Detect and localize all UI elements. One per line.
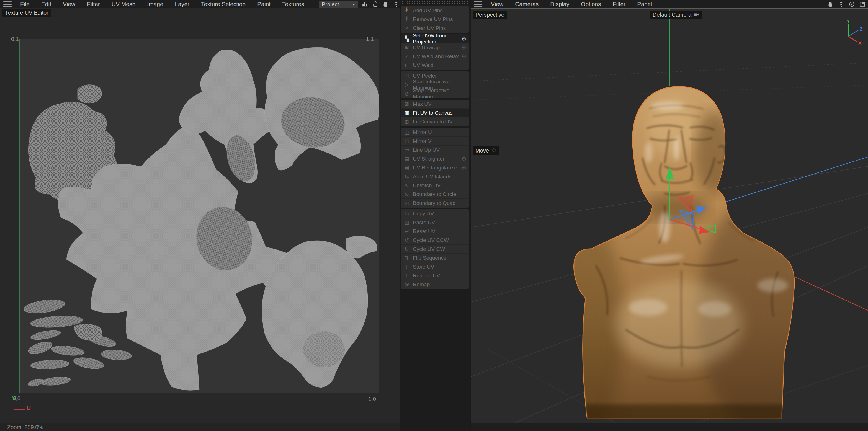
weld-relax-icon: ⊿ bbox=[403, 53, 410, 60]
bust-model bbox=[557, 87, 820, 423]
cmd-label: Cycle UV CCW bbox=[413, 237, 449, 243]
cmd-unstitch-uv: ∿Unstitch UV bbox=[401, 181, 469, 190]
cmd-fit-canvas-to-uv: ⊞Fit Canvas to UV bbox=[401, 117, 469, 126]
cmd-label: Set UVW from Projection bbox=[413, 34, 461, 45]
uv-islands-svg bbox=[20, 39, 379, 393]
vscroll-icon[interactable] bbox=[392, 0, 400, 8]
cmd-label: Cycle UV CW bbox=[413, 246, 445, 252]
project-dropdown[interactable]: Project ▼ bbox=[319, 1, 358, 8]
cmd-uv-rectangularize: ▦UV Rectangularize⚙ bbox=[401, 163, 469, 172]
unwrap-icon: ≋ bbox=[403, 44, 410, 51]
copy-icon: ⧉ bbox=[403, 211, 410, 217]
viewport-menu-options[interactable]: Options bbox=[575, 0, 607, 8]
vscroll-icon[interactable] bbox=[837, 0, 845, 8]
gear-icon: ⚙ bbox=[461, 53, 467, 60]
cmd-set-uvw-from-projection[interactable]: ▚Set UVW from Projection⚙ bbox=[401, 34, 469, 43]
uv-origin-gizmo-v bbox=[14, 402, 14, 410]
hand-icon[interactable] bbox=[827, 0, 835, 8]
max-uv-icon: ⊠ bbox=[403, 101, 410, 107]
cmd-mirror-u: ◫Mirror U bbox=[401, 128, 469, 137]
cmd-label: Remove UV Pins bbox=[413, 16, 453, 23]
cmd-cycle-uv-cw: ↻Cycle UV CW bbox=[401, 245, 469, 253]
lineup-icon: ▭ bbox=[403, 147, 410, 153]
mirror-v-icon: ⊟ bbox=[403, 138, 410, 144]
cmd-label: Align UV Islands bbox=[413, 174, 451, 180]
cmd-label: Line Up UV bbox=[413, 147, 440, 153]
cmd-label: Store UV bbox=[413, 264, 434, 270]
view-label: Perspective bbox=[473, 11, 507, 19]
left-menu-texture-selection[interactable]: Texture Selection bbox=[195, 0, 251, 8]
panel-title: Texture UV Editor bbox=[2, 9, 51, 17]
remap-icon: ⚒ bbox=[403, 281, 410, 288]
cmd-label: UV Rectangularize bbox=[413, 165, 457, 171]
zoom-level: Zoom: 259.0% bbox=[7, 424, 43, 430]
viewport-menu-panel[interactable]: Panel bbox=[631, 0, 658, 8]
cmd-label: Copy UV bbox=[413, 211, 434, 217]
cmd-align-uv-islands: ⇆Align UV Islands bbox=[401, 172, 469, 181]
uv-axis-v-label: V bbox=[12, 395, 16, 402]
axis-orientation-gizmo: Y Z X bbox=[840, 20, 866, 45]
cmd-line-up-uv: ▭Line Up UV bbox=[401, 146, 469, 154]
play-icon: ▷ bbox=[403, 82, 410, 88]
cmd-label: Clear UV Pins bbox=[413, 25, 446, 31]
viewport-menu-filter[interactable]: Filter bbox=[607, 0, 631, 8]
hand-icon[interactable] bbox=[381, 0, 390, 8]
gear-icon[interactable]: ⚙ bbox=[461, 35, 467, 42]
hamburger-icon[interactable] bbox=[474, 1, 482, 7]
viewport-menu-view[interactable]: View bbox=[485, 0, 509, 8]
stop-icon: ⊘ bbox=[403, 91, 410, 97]
cmd-remap: ⚒Remap... bbox=[401, 280, 469, 289]
left-menu-uv-mesh[interactable]: UV Mesh bbox=[106, 0, 141, 8]
cmd-uv-weld: ⊔UV Weld bbox=[401, 61, 469, 70]
left-menu-view[interactable]: View bbox=[57, 0, 81, 8]
uv-axis-v-line bbox=[19, 39, 20, 393]
maximize-icon[interactable] bbox=[858, 0, 866, 8]
viewport-panel: ViewCamerasDisplayOptionsFilterPanel bbox=[471, 0, 868, 431]
cmd-label: Mirror V bbox=[413, 138, 432, 144]
command-group: Add UV PinsRemove UV Pins×Clear UV Pins bbox=[401, 6, 469, 33]
left-menu-edit[interactable]: Edit bbox=[35, 0, 57, 8]
viewport-menu-cameras[interactable]: Cameras bbox=[509, 0, 544, 8]
checker-icon: ▚ bbox=[403, 35, 410, 42]
command-group: ⧉Copy UV▥Paste UV↩Reset UV↺Cycle UV CCW↻… bbox=[401, 209, 469, 289]
palette-drag-handle[interactable] bbox=[401, 1, 468, 4]
left-menu-filter[interactable]: Filter bbox=[81, 0, 106, 8]
viewport-3d[interactable]: Perspective Default Camera Move Y Z X bbox=[471, 8, 868, 423]
camera-icon bbox=[693, 12, 700, 18]
cmd-label: Flip Sequence bbox=[413, 255, 446, 261]
cmd-flip-sequence: ⇅Flip Sequence bbox=[401, 253, 469, 263]
cmd-paste-uv: ▥Paste UV bbox=[401, 218, 469, 227]
svg-text:Z: Z bbox=[860, 27, 863, 32]
viewport-menu-display[interactable]: Display bbox=[544, 0, 575, 8]
cmd-label: UV Unwrap bbox=[413, 44, 440, 51]
left-menu-image[interactable]: Image bbox=[141, 0, 169, 8]
camera-label[interactable]: Default Camera bbox=[650, 11, 703, 19]
cmd-store-uv: ↓Store UV bbox=[401, 263, 469, 271]
unlock-icon[interactable] bbox=[371, 0, 379, 8]
cmd-boundary-to-quad: ⊡Boundary to Quad bbox=[401, 199, 469, 208]
reset-icon: ↩ bbox=[403, 228, 410, 235]
left-menu-layer[interactable]: Layer bbox=[169, 0, 195, 8]
weld-icon: ⊔ bbox=[403, 62, 410, 69]
left-menu-file[interactable]: File bbox=[14, 0, 35, 8]
command-group: ◫Mirror U⊟Mirror V▭Line Up UV▤UV Straigh… bbox=[401, 128, 469, 208]
rectangularize-icon: ▦ bbox=[403, 164, 410, 171]
hamburger-icon[interactable] bbox=[3, 1, 12, 7]
uv-origin-gizmo-u bbox=[14, 409, 26, 410]
left-menu-paint[interactable]: Paint bbox=[251, 0, 276, 8]
cmd-label: Unstitch UV bbox=[413, 182, 440, 188]
cmd-label: Paste UV bbox=[413, 219, 435, 225]
uv-canvas[interactable] bbox=[20, 39, 379, 393]
cmd-stop-interactive-mapping: ⊘Stop Interactive Mapping bbox=[401, 89, 469, 98]
histogram-icon[interactable] bbox=[361, 0, 369, 8]
cmd-boundary-to-circle: ⊙Boundary to Circle bbox=[401, 190, 469, 199]
cmd-mirror-v: ⊟Mirror V bbox=[401, 137, 469, 146]
orbit-icon[interactable] bbox=[847, 0, 856, 8]
command-group: ⊠Max UV▣Fit UV to Canvas⊞Fit Canvas to U… bbox=[401, 100, 469, 126]
cmd-uv-straighten: ▤UV Straighten⚙ bbox=[401, 154, 469, 163]
cycle-ccw-icon: ↺ bbox=[403, 237, 410, 243]
left-menu-textures[interactable]: Textures bbox=[276, 0, 310, 8]
unstitch-icon: ∿ bbox=[403, 182, 410, 188]
cmd-label: UV Straighten bbox=[413, 156, 445, 162]
cmd-fit-uv-to-canvas[interactable]: ▣Fit UV to Canvas bbox=[401, 109, 469, 117]
